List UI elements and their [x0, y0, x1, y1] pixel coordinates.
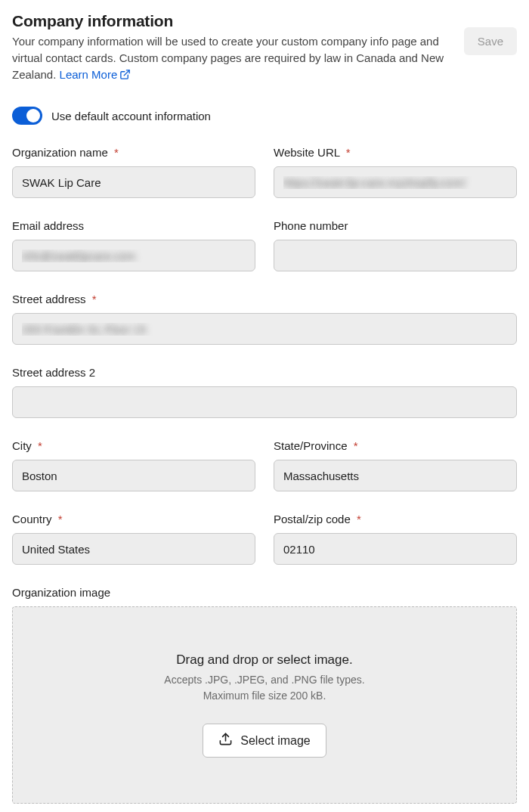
- label-text: Organization name: [12, 146, 108, 159]
- dropzone-accepts: Accepts .JPG, .JPEG, and .PNG file types…: [28, 672, 501, 688]
- label-text: Country: [12, 513, 52, 525]
- city-label: City *: [12, 439, 255, 452]
- dropzone-title: Drag and drop or select image.: [28, 652, 501, 668]
- country-input[interactable]: [12, 533, 255, 565]
- postal-input[interactable]: [274, 533, 517, 565]
- street1-input[interactable]: [12, 313, 517, 345]
- required-marker: *: [354, 439, 358, 452]
- label-text: City: [12, 439, 32, 452]
- org-image-label: Organization image: [12, 586, 517, 599]
- required-marker: *: [357, 513, 361, 525]
- required-marker: *: [38, 439, 42, 452]
- page-subtitle: Your company information will be used to…: [12, 33, 452, 84]
- required-marker: *: [92, 293, 97, 305]
- email-label: Email address: [12, 219, 255, 232]
- label-text: Street address: [12, 293, 86, 305]
- street2-input[interactable]: [12, 386, 517, 418]
- learn-more-link[interactable]: Learn More: [60, 68, 131, 81]
- phone-label: Phone number: [274, 219, 517, 232]
- upload-icon: [218, 732, 233, 749]
- org-image-dropzone[interactable]: Drag and drop or select image. Accepts .…: [12, 606, 517, 804]
- page-title: Company information: [12, 12, 452, 30]
- label-text: State/Province: [274, 439, 348, 452]
- use-default-toggle[interactable]: [12, 107, 42, 125]
- state-label: State/Province *: [274, 439, 517, 452]
- learn-more-text: Learn More: [60, 68, 118, 81]
- org-name-input[interactable]: [12, 166, 255, 198]
- label-text: Website URL: [274, 146, 340, 159]
- svg-line-0: [125, 70, 130, 75]
- postal-label: Postal/zip code *: [274, 513, 517, 525]
- save-button[interactable]: Save: [464, 27, 517, 55]
- city-input[interactable]: [12, 460, 255, 491]
- state-input[interactable]: [274, 460, 517, 491]
- street2-label: Street address 2: [12, 366, 517, 379]
- label-text: Postal/zip code: [274, 513, 351, 525]
- phone-input[interactable]: [274, 240, 517, 271]
- select-image-label: Select image: [240, 734, 311, 748]
- required-marker: *: [58, 513, 63, 525]
- external-link-icon: [119, 68, 131, 85]
- website-input[interactable]: [274, 166, 517, 198]
- street1-label: Street address *: [12, 293, 517, 305]
- website-label: Website URL *: [274, 146, 517, 159]
- country-label: Country *: [12, 513, 255, 525]
- use-default-toggle-label: Use default account information: [51, 110, 211, 122]
- toggle-knob: [26, 109, 40, 122]
- required-marker: *: [114, 146, 119, 159]
- select-image-button[interactable]: Select image: [203, 724, 326, 758]
- email-input[interactable]: [12, 240, 255, 271]
- required-marker: *: [346, 146, 351, 159]
- dropzone-maxsize: Maximum file size 200 kB.: [28, 688, 501, 704]
- org-name-label: Organization name *: [12, 146, 255, 159]
